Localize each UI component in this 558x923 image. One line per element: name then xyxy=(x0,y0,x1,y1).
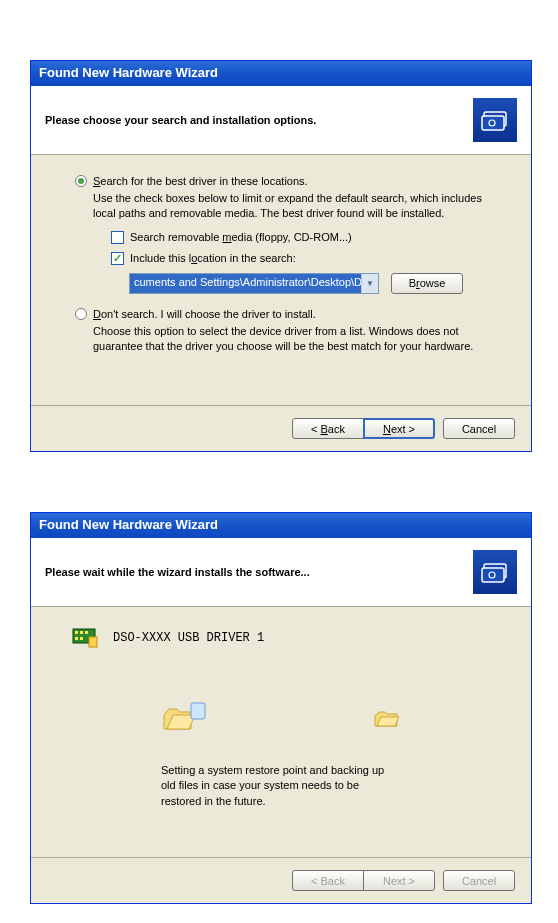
svg-rect-8 xyxy=(80,631,83,634)
svg-rect-4 xyxy=(482,568,504,582)
option-search-block: Search for the best driver in these loca… xyxy=(75,175,503,294)
svg-rect-11 xyxy=(80,637,83,640)
header-text: Please wait while the wizard installs th… xyxy=(45,566,310,578)
radio-search-best-driver[interactable] xyxy=(75,175,87,187)
checkbox-include-location[interactable] xyxy=(111,252,124,265)
radio-dont-search-label: Don't search. I will choose the driver t… xyxy=(93,308,316,320)
chip-icon xyxy=(71,627,101,649)
svg-rect-7 xyxy=(75,631,78,634)
dont-search-description: Choose this option to select the device … xyxy=(93,324,503,354)
dialog-content: Search for the best driver in these loca… xyxy=(31,155,531,405)
checkbox-include-label: Include this location in the search: xyxy=(130,252,296,264)
svg-rect-12 xyxy=(89,637,97,647)
location-path-combo[interactable]: cuments and Settings\Administrator\Deskt… xyxy=(129,273,379,294)
device-wizard-icon xyxy=(473,98,517,142)
titlebar: Found New Hardware Wizard xyxy=(31,61,531,86)
checkbox-removable-media[interactable] xyxy=(111,231,124,244)
titlebar: Found New Hardware Wizard xyxy=(31,513,531,538)
cancel-button: Cancel xyxy=(443,870,515,891)
header-text: Please choose your search and installati… xyxy=(45,114,316,126)
checkbox-removable-label: Search removable media (floppy, CD-ROM..… xyxy=(130,231,352,243)
cancel-button[interactable]: Cancel xyxy=(443,418,515,439)
folder-open-source-icon xyxy=(161,701,211,737)
device-wizard-icon xyxy=(473,550,517,594)
radio-dont-search[interactable] xyxy=(75,308,87,320)
search-description: Use the check boxes below to limit or ex… xyxy=(93,191,503,221)
location-path-value: cuments and Settings\Administrator\Deskt… xyxy=(130,274,361,293)
window-title: Found New Hardware Wizard xyxy=(39,65,218,80)
dialog-header: Please choose your search and installati… xyxy=(31,86,531,155)
copy-animation xyxy=(71,699,491,739)
svg-rect-10 xyxy=(75,637,78,640)
radio-search-label: Search for the best driver in these loca… xyxy=(93,175,308,187)
svg-rect-9 xyxy=(85,631,88,634)
hardware-wizard-dialog-1: Found New Hardware Wizard Please choose … xyxy=(30,60,532,452)
dialog-footer: < Back Next > Cancel xyxy=(31,405,531,451)
window-title: Found New Hardware Wizard xyxy=(39,517,218,532)
svg-rect-13 xyxy=(191,703,205,719)
dialog-content: DSO-XXXX USB DRIVER 1 Setting a system r… xyxy=(31,607,531,857)
dialog-header: Please wait while the wizard installs th… xyxy=(31,538,531,607)
browse-button[interactable]: Browse xyxy=(391,273,463,294)
device-name: DSO-XXXX USB DRIVER 1 xyxy=(113,631,264,645)
next-button: Next > xyxy=(363,870,435,891)
chevron-down-icon[interactable]: ▼ xyxy=(361,274,378,293)
svg-rect-1 xyxy=(482,116,504,130)
hardware-wizard-dialog-2: Found New Hardware Wizard Please wait wh… xyxy=(30,512,532,904)
install-status-text: Setting a system restore point and backi… xyxy=(161,763,401,809)
back-button[interactable]: < Back xyxy=(292,418,364,439)
option-dont-search-block: Don't search. I will choose the driver t… xyxy=(75,308,503,354)
back-button: < Back xyxy=(292,870,364,891)
next-button[interactable]: Next > xyxy=(363,418,435,439)
dialog-footer: < Back Next > Cancel xyxy=(31,857,531,903)
device-row: DSO-XXXX USB DRIVER 1 xyxy=(71,627,491,649)
folder-destination-icon xyxy=(373,708,401,730)
